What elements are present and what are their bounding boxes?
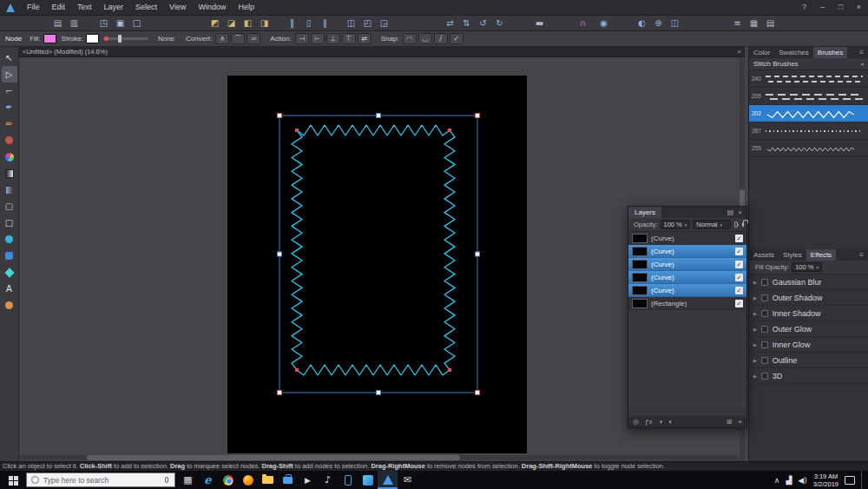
taskbar-search[interactable]: Type here to search	[26, 472, 175, 487]
vector-crop-tool[interactable]: ▢	[2, 198, 17, 215]
selection-handle-ne[interactable]	[476, 114, 480, 118]
action-break-curve-button[interactable]: ⊢	[311, 33, 325, 44]
corner-tool[interactable]: ⌐	[2, 83, 17, 99]
opacity-dropdown[interactable]: 100 %	[661, 220, 691, 229]
brush-item-202-selected[interactable]: 202	[749, 105, 868, 122]
taskbar-clock[interactable]: 3:19 AM 3/2/2019	[813, 472, 838, 488]
layer-row-curve-5[interactable]: (Curve)	[628, 284, 746, 297]
edit-all-layers-icon[interactable]: ◎	[633, 418, 639, 426]
zigzag-node-tr[interactable]	[448, 129, 451, 132]
convert-smooth-button[interactable]: ⌒	[231, 33, 245, 44]
action-center-icon[interactable]	[845, 476, 855, 485]
chrome-taskbar-button[interactable]	[218, 471, 238, 489]
vector-brush-tool[interactable]	[2, 132, 17, 149]
rotate-ccw-button[interactable]: ↺	[476, 17, 490, 30]
effect-checkbox[interactable]	[761, 279, 768, 286]
tab-color[interactable]: Color	[749, 47, 774, 58]
insert-behind-button[interactable]: ‖	[285, 17, 299, 30]
menu-text[interactable]: Text	[71, 0, 98, 15]
action-reverse-curves-button[interactable]: ⇄	[358, 33, 372, 44]
menu-window[interactable]: Window	[192, 0, 232, 15]
color-picker-tool[interactable]	[2, 297, 17, 314]
pencil-tool[interactable]: ✏	[2, 116, 17, 132]
microphone-icon[interactable]	[165, 477, 168, 483]
snapshot-panel-button[interactable]: ▤	[50, 17, 65, 30]
edge-taskbar-button[interactable]: e	[198, 471, 218, 489]
minimize-button[interactable]: –	[813, 0, 832, 15]
panel-menu-icon[interactable]: ▤	[727, 208, 734, 216]
tab-effects[interactable]: Effects	[806, 249, 836, 261]
action-smooth-curve-button[interactable]: ⊥	[326, 33, 340, 44]
zoom-presets-button[interactable]: ⊕	[651, 17, 666, 30]
selection-handle-s[interactable]	[377, 391, 381, 395]
action-join-curves-button[interactable]: ⊤	[342, 33, 356, 44]
effect-checkbox[interactable]	[761, 326, 768, 333]
blend-mode-dropdown[interactable]: Normal	[693, 220, 731, 229]
menu-select[interactable]: Select	[129, 0, 163, 15]
task-view-button[interactable]: ▦	[178, 471, 198, 489]
fill-tool[interactable]	[2, 149, 17, 165]
gradient-tool[interactable]	[2, 165, 17, 182]
volume-icon[interactable]: ◀)	[798, 476, 806, 485]
zigzag-node-br[interactable]	[448, 368, 451, 372]
zigzag-stroke-bottom[interactable]	[297, 365, 450, 375]
pen-tool[interactable]: ✒	[2, 99, 17, 116]
layer-visibility-checkbox[interactable]	[735, 261, 743, 268]
photos-taskbar-button[interactable]	[358, 471, 378, 489]
ellipse-tool[interactable]	[2, 231, 17, 248]
panel-menu-icon[interactable]: ≡	[859, 251, 864, 259]
menu-view[interactable]: View	[163, 0, 192, 15]
effect-checkbox[interactable]	[761, 310, 768, 317]
layer-visibility-checkbox[interactable]	[735, 248, 743, 255]
artistic-text-tool[interactable]: A	[2, 281, 17, 297]
insert-on-top-button[interactable]: ∥	[318, 17, 332, 30]
affinity-designer-taskbar-button[interactable]	[378, 471, 398, 489]
selection-handle-n[interactable]	[377, 114, 381, 118]
transparency-tool[interactable]	[2, 182, 17, 198]
move-tool[interactable]: ↖	[2, 50, 17, 66]
menu-file[interactable]: File	[21, 0, 46, 15]
tab-brushes[interactable]: Brushes	[813, 47, 847, 58]
help-button[interactable]: ?	[795, 0, 813, 15]
zigzag-node-tl[interactable]	[295, 129, 299, 132]
resource-manager-button[interactable]: ▥	[67, 17, 82, 30]
transparency-mode-button[interactable]: ▬	[532, 17, 547, 30]
rectangle-tool[interactable]: □	[2, 215, 17, 231]
close-button[interactable]: ×	[850, 0, 868, 15]
add-layer-icon[interactable]: ⊞	[727, 418, 733, 426]
document-tab[interactable]: <Untitled> (Modified) (14.6%)	[19, 48, 108, 56]
arrange-forward-one-button[interactable]: ◧	[240, 17, 255, 30]
zigzag-stroke-right[interactable]	[444, 130, 455, 370]
group-button[interactable]: ▣	[113, 17, 128, 30]
effect-row-outline[interactable]: Outline	[749, 353, 868, 368]
ungroup-button[interactable]: □	[129, 17, 144, 30]
start-button[interactable]	[0, 471, 26, 489]
expander-icon[interactable]	[753, 295, 757, 301]
node-tool[interactable]: ▷	[2, 66, 17, 83]
mail-taskbar-button[interactable]: ✉	[398, 471, 418, 489]
selection-handle-se[interactable]	[476, 391, 480, 395]
layer-visibility-checkbox[interactable]	[735, 274, 743, 281]
brush-item-287[interactable]: 287	[749, 122, 868, 140]
effect-row-outer-shadow[interactable]: Outer Shadow	[749, 290, 868, 306]
expander-icon[interactable]	[753, 327, 757, 332]
lock-icon[interactable]	[742, 222, 744, 227]
hidden-icons-chevron[interactable]: ∧	[774, 476, 780, 485]
selection-handle-sw[interactable]	[278, 391, 282, 395]
remove-layer-icon[interactable]: ×	[738, 418, 742, 426]
music-taskbar-button[interactable]: ♪	[318, 471, 338, 489]
snap-to-curves-button[interactable]: ◠	[403, 33, 417, 44]
file-explorer-taskbar-button[interactable]	[258, 471, 278, 489]
place-image-button[interactable]: ◳	[96, 17, 111, 30]
selection-handle-nw[interactable]	[278, 114, 282, 118]
menu-edit[interactable]: Edit	[46, 0, 72, 15]
horizontal-scrollbar[interactable]	[19, 455, 738, 460]
convert-smart-button[interactable]: ≈	[247, 33, 260, 44]
network-icon[interactable]: ▟	[786, 476, 792, 485]
layer-row-curve-3[interactable]: (Curve)	[628, 258, 746, 271]
transform-origin-button[interactable]: ◰	[360, 17, 375, 30]
firefox-taskbar-button[interactable]	[238, 471, 258, 489]
layer-visibility-checkbox[interactable]	[735, 235, 743, 242]
convert-sharp-button[interactable]: ∧	[215, 33, 229, 44]
menu-layer[interactable]: Layer	[98, 0, 130, 15]
